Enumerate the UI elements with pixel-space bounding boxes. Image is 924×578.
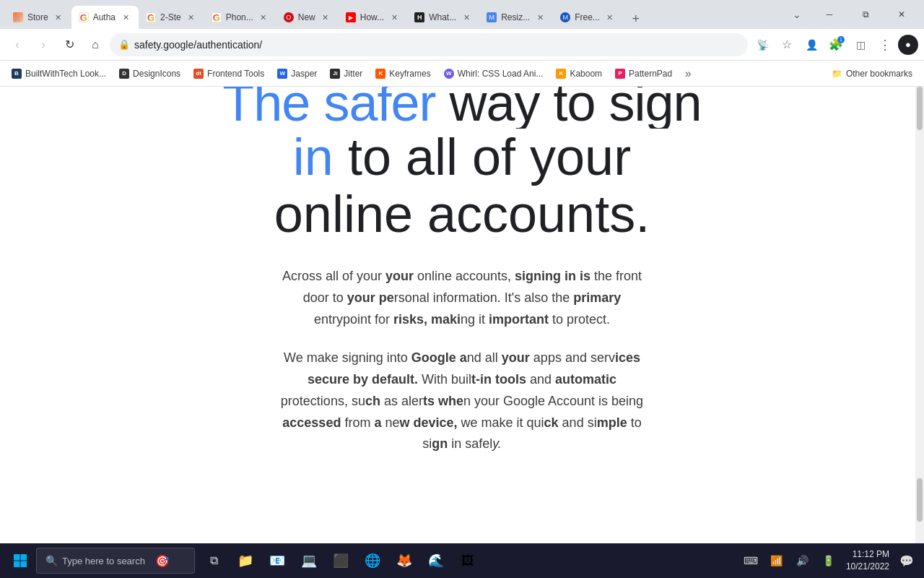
minimize-button[interactable]: ─: [813, 3, 846, 26]
tab-how[interactable]: ▶ How... ✕: [339, 6, 407, 29]
bookmark-label-jasper: Jasper: [291, 69, 317, 79]
tab-overflow-button[interactable]: ⌄: [787, 4, 807, 25]
start-button[interactable]: [6, 546, 35, 575]
taskbar-battery-icon[interactable]: 🔋: [817, 549, 840, 572]
bookmark-whirl[interactable]: W Whirl: CSS Load Ani...: [438, 66, 549, 82]
close-button[interactable]: ✕: [885, 3, 918, 26]
main-heading: in to all of your online accounts.: [159, 129, 765, 243]
bookmark-more-button[interactable]: »: [679, 65, 697, 82]
bookmark-builtwith[interactable]: B BuiltWithTech Look...: [6, 66, 112, 82]
scrollbar-thumb-bottom[interactable]: [917, 478, 923, 522]
tab-close-2step[interactable]: ✕: [186, 12, 197, 23]
back-button[interactable]: ‹: [6, 33, 29, 56]
tab-favicon-free: M: [560, 12, 570, 22]
bookmark-favicon-jitter: Ji: [330, 69, 340, 79]
bookmark-keyframes[interactable]: K Keyframes: [370, 66, 436, 82]
tab-close-store[interactable]: ✕: [53, 12, 64, 23]
tab-label-how: How...: [360, 12, 384, 22]
heading-to-all: to all of your: [334, 128, 631, 186]
tab-close-what[interactable]: ✕: [461, 12, 472, 23]
profile-icon[interactable]: 👤: [800, 33, 823, 56]
taskbar-keyboard-icon[interactable]: ⌨: [739, 549, 762, 572]
bookmark-frontend[interactable]: dt Frontend Tools: [188, 66, 270, 82]
tab-resize[interactable]: M Resiz... ✕: [479, 6, 553, 29]
restore-button[interactable]: ⧉: [849, 3, 882, 26]
nav-actions: 📡 ☆ 👤 🧩 1 ◫ ⋮ ●: [751, 33, 918, 56]
taskbar-network-icon[interactable]: 📶: [765, 549, 788, 572]
taskbar-app-vscode2[interactable]: ⬛: [326, 546, 355, 575]
bookmark-jitter[interactable]: Ji Jitter: [324, 66, 368, 82]
taskbar-app-vscode[interactable]: 💻: [295, 546, 323, 575]
taskbar-app-taskview[interactable]: ⧉: [199, 546, 228, 575]
bookmark-favicon-patternpad: P: [615, 69, 625, 79]
taskbar-app-edge[interactable]: 🌊: [422, 546, 450, 575]
tab-close-auth[interactable]: ✕: [120, 12, 131, 23]
tab-close-resize[interactable]: ✕: [534, 12, 546, 23]
scrollbar-thumb-top[interactable]: [917, 87, 923, 130]
desc2-a: a: [374, 415, 381, 430]
address-bar[interactable]: 🔒 safety.google/authentication/: [110, 33, 748, 56]
forward-button[interactable]: ›: [32, 33, 55, 56]
taskbar-app-photos[interactable]: 🖼: [453, 546, 482, 575]
heading-way: way to sign: [435, 87, 701, 129]
tab-phone[interactable]: G Phon... ✕: [204, 6, 276, 29]
taskbar-app-fileexplorer[interactable]: 📁: [231, 546, 260, 575]
bookmark-other-button[interactable]: 📁 Other bookmarks: [826, 66, 918, 82]
tab-store[interactable]: 🛒 Store ✕: [6, 6, 71, 29]
bookmark-kaboom[interactable]: K Kaboom: [550, 66, 608, 82]
taskbar-search[interactable]: 🔍 Type here to search 🎯: [36, 548, 195, 574]
cortana-logo: 🎯: [155, 554, 170, 568]
taskbar-clock[interactable]: 11:12 PM 10/21/2022: [843, 548, 892, 573]
bookmark-other-label: Other bookmarks: [846, 69, 912, 79]
home-button[interactable]: ⌂: [84, 33, 107, 56]
bookmark-favicon-designicons: D: [119, 69, 129, 79]
menu-button[interactable]: ⋮: [873, 33, 897, 56]
taskbar-app-email[interactable]: 📧: [263, 546, 292, 575]
tab-2step[interactable]: G 2-Ste ✕: [139, 6, 204, 29]
tab-label-auth: Autha: [93, 12, 116, 22]
bookmark-patternpad[interactable]: P PatternPad: [609, 66, 678, 82]
tab-close-new[interactable]: ✕: [320, 12, 331, 23]
heading-line3-text: online accounts.: [274, 185, 650, 243]
sidebar-toggle[interactable]: ◫: [849, 33, 872, 56]
bookmark-label-designicons: DesignIcons: [133, 69, 180, 79]
tab-close-free[interactable]: ✕: [604, 12, 616, 23]
bookmark-button[interactable]: ☆: [775, 33, 798, 56]
bookmark-jasper[interactable]: W Jasper: [271, 66, 323, 82]
extension-button[interactable]: 🧩 1: [824, 33, 847, 56]
user-avatar[interactable]: ●: [898, 35, 918, 55]
desc2-gn: gn: [432, 436, 448, 451]
bookmark-label-jitter: Jitter: [344, 69, 362, 79]
bookmark-designicons[interactable]: D DesignIcons: [113, 66, 186, 82]
tab-free[interactable]: M Free... ✕: [553, 6, 623, 29]
folder-icon: 📁: [832, 69, 842, 79]
taskbar-app-chrome[interactable]: 🌐: [358, 546, 387, 575]
tab-auth[interactable]: G Autha ✕: [71, 6, 139, 29]
desc2-device: device,: [413, 415, 457, 430]
bookmark-favicon-kaboom: K: [556, 69, 566, 79]
desc1-risks: risks, maki: [393, 312, 461, 327]
tab-what[interactable]: H What... ✕: [407, 6, 479, 29]
desc2-ck: ck: [544, 415, 559, 430]
taskbar-notifications[interactable]: 💬: [895, 549, 918, 572]
tab-close-how[interactable]: ✕: [388, 12, 400, 23]
new-tab-button[interactable]: +: [626, 9, 646, 29]
tab-label-what: What...: [429, 12, 456, 22]
page-content: The safer way to sign in to all of your …: [0, 87, 924, 543]
cast-button[interactable]: 📡: [751, 33, 774, 56]
taskbar-app-firefox[interactable]: 🦊: [390, 546, 419, 575]
bookmark-label-whirl: Whirl: CSS Load Ani...: [458, 69, 544, 79]
taskbar-volume-icon[interactable]: 🔊: [791, 549, 814, 572]
tab-label-new: New: [298, 12, 315, 22]
reload-button[interactable]: ↻: [58, 33, 81, 56]
taskbar: 🔍 Type here to search 🎯 ⧉ 📁 📧 💻 ⬛ 🌐 🦊 🌊 …: [0, 543, 924, 578]
tab-new[interactable]: O New ✕: [276, 6, 339, 29]
windows-logo-icon: [13, 553, 27, 568]
bookmark-favicon-frontend: dt: [193, 69, 204, 79]
bookmark-label-patternpad: PatternPad: [629, 69, 672, 79]
tab-label-resize: Resiz...: [501, 12, 530, 22]
heading-in: in: [293, 128, 334, 186]
tab-close-phone[interactable]: ✕: [258, 12, 269, 23]
desc2-accessed: accessed: [282, 415, 341, 430]
taskbar-date-text: 10/21/2022: [846, 561, 889, 573]
